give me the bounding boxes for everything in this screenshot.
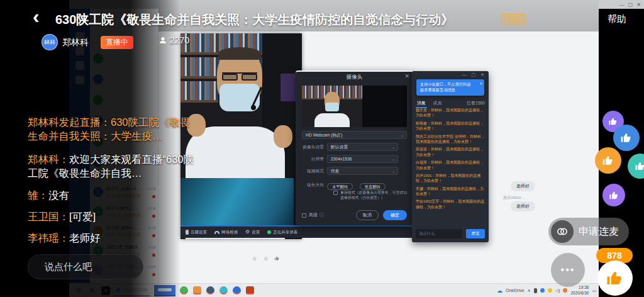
- flip-vertical-button[interactable]: 垂直翻转: [360, 183, 386, 190]
- viewer-count: 2270: [158, 35, 189, 45]
- chat-bubble: 老师好: [511, 181, 535, 191]
- live-badge: 直播中: [101, 36, 133, 49]
- viewed-count: 已看1580: [467, 100, 485, 106]
- floating-like-icon: [602, 184, 625, 206]
- tray-icon-blue[interactable]: [540, 288, 545, 293]
- chat-input-toolbar[interactable]: ☺ ☺: [252, 255, 280, 262]
- presenter-hand: [274, 125, 292, 148]
- taskbar-clock[interactable]: 19:36 2020/6/30: [570, 285, 589, 295]
- title-badge: 回放: [500, 14, 525, 26]
- chat-message: 李祎瑶：老师好: [28, 232, 199, 245]
- back-button[interactable]: ‹: [33, 6, 40, 26]
- camera-preview: [302, 86, 407, 127]
- live-message: 薛甜甜：郑林科，我来围观你的直播啦，为你点赞！: [416, 147, 485, 157]
- window-controls[interactable]: — ▢ ✕: [462, 72, 486, 77]
- chat-message: 王卫国：[可爱]: [28, 210, 199, 224]
- live-stream-screen: ⁘ 陕工07_化纺—4… 19:36 欢迎大家来观看直播 ✆ 陕工14-物经二……: [0, 0, 644, 297]
- powerpoint-icon[interactable]: [246, 286, 254, 294]
- maximize-icon: ▢: [628, 2, 633, 8]
- app-icon-blue[interactable]: [233, 286, 241, 294]
- monitor: [280, 74, 297, 101]
- request-mic-button[interactable]: 申请连麦: [548, 218, 629, 245]
- app-icon-green[interactable]: [180, 286, 188, 294]
- live-message: 魏生友：郑林科，我来围观你的直播啦，为你点赞！: [416, 108, 485, 118]
- link-mic-icon: [551, 220, 574, 243]
- send-button[interactable]: 发送: [466, 229, 485, 238]
- live-message: 学前1902王宇：郑林科，我来围观你的直播啦，为你点赞！: [416, 199, 485, 210]
- bookshelf: [180, 81, 218, 103]
- advanced-checkbox[interactable]: [302, 213, 306, 218]
- tray-caret-icon[interactable]: ∧: [528, 288, 531, 293]
- thumb-icon[interactable]: [274, 255, 280, 262]
- close-icon: ✕: [636, 2, 641, 8]
- presenter-body: [314, 113, 350, 127]
- live-message-panel: — ▢ ✕ 支持小化窗口，不占用空间还 能查看最新互动消息 ✕ 消息 成员 已看…: [412, 71, 489, 242]
- onedrive-label: OneDrive: [506, 288, 525, 293]
- cancel-button[interactable]: 取消: [356, 210, 379, 220]
- app-icon-teal[interactable]: [219, 286, 228, 294]
- live-message-list[interactable]: 魏生友：郑林科，我来围观你的直播啦，为你点赞！ 靳晓敏：郑林科，我来围观你的直播…: [416, 108, 485, 223]
- info-icon: ⓘ: [319, 212, 324, 218]
- tray-icon-yellow[interactable]: [548, 288, 552, 293]
- chat-message: 雏：没有: [28, 189, 199, 203]
- flip-horizontal-button[interactable]: 水平翻转: [327, 183, 353, 190]
- live-message: 李娜：郑林科，我来围观你的直播啦，为你点赞！: [416, 186, 485, 197]
- camera-device-select[interactable]: HD Webcam (独占) ⌄: [302, 131, 407, 139]
- chat-message: 郑林科：欢迎大家来观看直播“630陕工院《敬畏生命并自我…: [28, 153, 199, 181]
- minimize-tooltip: 支持小化窗口，不占用空间还 能查看最新互动消息 ✕: [416, 79, 484, 96]
- live-message: 刘洋1901：郑林科，我来围观你的直播啦，为你点赞！: [416, 173, 485, 184]
- floating-like-icon: [613, 125, 640, 151]
- chat-message: 郑林科发起直播：630陕工院《敬畏生命并自我关照：大学生疫…: [28, 116, 199, 143]
- dialog-title: 摄像头: [347, 74, 363, 81]
- tray-icon-orange[interactable]: [563, 288, 567, 293]
- app-icon-home[interactable]: [193, 286, 201, 294]
- chevron-down-icon: ⌄: [392, 145, 395, 149]
- settings-button[interactable]: ⚙ 设置: [245, 230, 260, 235]
- streamer-name: 郑林科: [62, 37, 89, 48]
- webcam-settings-dialog: 摄像头 ✕ HD Webcam (独占) ⌄ 摄像头设置: [296, 70, 413, 225]
- streamer-avatar[interactable]: 林科: [42, 34, 58, 50]
- close-icon[interactable]: ✕: [479, 81, 482, 87]
- compat-mode-checkbox[interactable]: [333, 191, 338, 195]
- sender-label: 惠乐18010…: [503, 195, 525, 201]
- chat-input[interactable]: 说点什么吧: [28, 254, 143, 279]
- tray-mic-icon[interactable]: [534, 288, 537, 293]
- more-button[interactable]: •••: [551, 253, 585, 287]
- action-center-icon[interactable]: ▭: [592, 288, 596, 293]
- floating-like-icon: [628, 154, 644, 179]
- live-assistant-toolbar: 音频设置 网络检测 ⚙ 设置 正在共享屏幕: [180, 225, 413, 238]
- emoji-icon[interactable]: ☺: [263, 255, 269, 262]
- wifi-icon: [214, 231, 219, 234]
- ok-button[interactable]: 确定: [383, 210, 407, 220]
- camera-preset-select[interactable]: 默认设置 ⌄: [327, 143, 398, 151]
- minimize-icon: —: [619, 2, 625, 8]
- like-button[interactable]: [597, 261, 633, 296]
- gear-icon: ⚙: [245, 230, 250, 234]
- face-mask: [325, 103, 339, 111]
- presenter-hair: [218, 47, 261, 60]
- video-format-select[interactable]: 任意 ⌄: [327, 167, 398, 175]
- chat-bubble: 老师好: [511, 201, 535, 211]
- floating-like-icon: [595, 147, 621, 174]
- live-message: 白瑞芳：郑林科，我来围观你的直播啦，为你点赞！: [416, 160, 485, 171]
- live-message: 靳晓敏：郑林科，我来围观你的直播啦，为你点赞！: [416, 121, 485, 132]
- emoji-icon[interactable]: ☺: [252, 255, 257, 262]
- green-dot-icon: [267, 230, 271, 234]
- app-icon-globe[interactable]: [206, 286, 214, 294]
- panel-message-input[interactable]: 说点什么: [416, 229, 462, 238]
- network-test-button[interactable]: 网络检测: [214, 230, 238, 235]
- tab-messages[interactable]: 消息: [417, 100, 426, 106]
- tab-members[interactable]: 成员: [433, 100, 442, 106]
- chevron-down-icon: ⌄: [392, 169, 395, 173]
- speaker-icon[interactable]: ◁): [555, 288, 560, 293]
- thumb-icon: [606, 269, 625, 288]
- onedrive-cloud-icon: ☁: [497, 288, 502, 294]
- chevron-down-icon: ⌄: [392, 157, 395, 161]
- sharing-status: 正在共享屏幕: [267, 230, 297, 235]
- close-icon[interactable]: ✕: [404, 73, 409, 79]
- shared-window-controls[interactable]: — ▢ ✕: [599, 0, 644, 9]
- live-message: 陕西工业职业技术学院 张明明：郑林科，我来围观你的直播啦，为你点赞！: [416, 134, 485, 145]
- help-button[interactable]: 帮助: [608, 13, 626, 25]
- resolution-select[interactable]: 2304x1536 ⌄: [327, 155, 398, 163]
- viewer-icon: [158, 36, 167, 45]
